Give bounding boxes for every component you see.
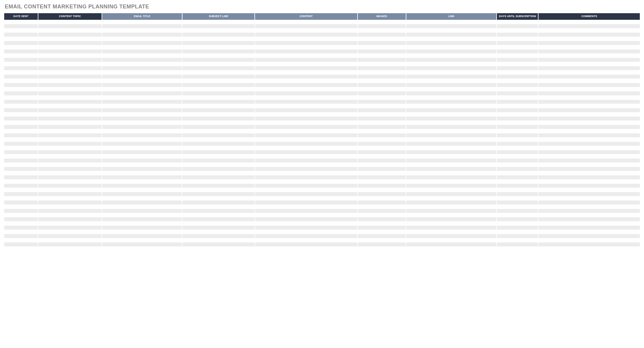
table-cell[interactable]: [102, 180, 182, 183]
table-cell[interactable]: [406, 133, 496, 137]
table-cell[interactable]: [4, 96, 38, 100]
table-row[interactable]: [4, 33, 640, 37]
table-cell[interactable]: [406, 209, 496, 213]
table-cell[interactable]: [255, 234, 357, 238]
table-cell[interactable]: [4, 163, 38, 167]
table-cell[interactable]: [38, 138, 102, 141]
table-cell[interactable]: [406, 242, 496, 246]
table-cell[interactable]: [38, 125, 102, 129]
table-cell[interactable]: [38, 112, 102, 116]
table-cell[interactable]: [497, 133, 538, 137]
table-cell[interactable]: [102, 138, 182, 141]
table-cell[interactable]: [102, 154, 182, 158]
table-cell[interactable]: [183, 28, 254, 32]
table-cell[interactable]: [255, 87, 357, 91]
table-cell[interactable]: [255, 41, 357, 45]
table-cell[interactable]: [497, 226, 538, 230]
table-cell[interactable]: [358, 175, 406, 179]
table-cell[interactable]: [38, 213, 102, 217]
table-cell[interactable]: [4, 150, 38, 154]
table-cell[interactable]: [539, 121, 640, 125]
table-cell[interactable]: [539, 62, 640, 66]
table-row[interactable]: [4, 121, 640, 125]
table-cell[interactable]: [358, 209, 406, 213]
table-cell[interactable]: [4, 62, 38, 66]
table-cell[interactable]: [497, 108, 538, 112]
table-cell[interactable]: [539, 188, 640, 192]
table-cell[interactable]: [38, 83, 102, 87]
table-cell[interactable]: [102, 79, 182, 83]
table-cell[interactable]: [406, 70, 496, 74]
table-cell[interactable]: [539, 129, 640, 133]
table-cell[interactable]: [358, 58, 406, 62]
table-cell[interactable]: [255, 104, 357, 108]
table-cell[interactable]: [183, 167, 254, 171]
table-cell[interactable]: [4, 79, 38, 83]
table-cell[interactable]: [497, 205, 538, 209]
table-cell[interactable]: [38, 129, 102, 133]
table-cell[interactable]: [539, 75, 640, 79]
table-cell[interactable]: [539, 70, 640, 74]
table-cell[interactable]: [38, 163, 102, 167]
table-cell[interactable]: [539, 159, 640, 162]
table-cell[interactable]: [183, 112, 254, 116]
table-row[interactable]: [4, 129, 640, 133]
table-cell[interactable]: [406, 129, 496, 133]
table-cell[interactable]: [38, 33, 102, 37]
table-cell[interactable]: [358, 142, 406, 146]
table-cell[interactable]: [183, 175, 254, 179]
table-cell[interactable]: [358, 100, 406, 104]
table-cell[interactable]: [102, 104, 182, 108]
table-cell[interactable]: [497, 213, 538, 217]
table-cell[interactable]: [497, 117, 538, 120]
table-cell[interactable]: [183, 125, 254, 129]
table-cell[interactable]: [358, 234, 406, 238]
table-row[interactable]: [4, 242, 640, 246]
table-cell[interactable]: [406, 238, 496, 242]
table-row[interactable]: [4, 91, 640, 95]
table-row[interactable]: [4, 175, 640, 179]
table-cell[interactable]: [102, 66, 182, 70]
table-cell[interactable]: [255, 230, 357, 234]
table-cell[interactable]: [406, 154, 496, 158]
table-cell[interactable]: [38, 79, 102, 83]
table-cell[interactable]: [358, 180, 406, 183]
table-cell[interactable]: [38, 238, 102, 242]
table-cell[interactable]: [4, 209, 38, 213]
table-cell[interactable]: [102, 205, 182, 209]
table-cell[interactable]: [358, 91, 406, 95]
table-row[interactable]: [4, 28, 640, 32]
table-cell[interactable]: [38, 87, 102, 91]
table-cell[interactable]: [539, 205, 640, 209]
table-cell[interactable]: [102, 28, 182, 32]
table-cell[interactable]: [539, 20, 640, 24]
table-cell[interactable]: [539, 142, 640, 146]
table-cell[interactable]: [358, 83, 406, 87]
table-cell[interactable]: [102, 33, 182, 37]
table-cell[interactable]: [102, 159, 182, 162]
table-cell[interactable]: [38, 96, 102, 100]
table-cell[interactable]: [497, 24, 538, 28]
table-cell[interactable]: [4, 205, 38, 209]
table-cell[interactable]: [497, 188, 538, 192]
table-cell[interactable]: [497, 96, 538, 100]
table-cell[interactable]: [406, 37, 496, 41]
table-row[interactable]: [4, 112, 640, 116]
table-cell[interactable]: [102, 175, 182, 179]
table-cell[interactable]: [539, 175, 640, 179]
table-cell[interactable]: [497, 238, 538, 242]
table-cell[interactable]: [406, 41, 496, 45]
table-cell[interactable]: [4, 45, 38, 49]
table-cell[interactable]: [183, 154, 254, 158]
table-cell[interactable]: [4, 125, 38, 129]
table-cell[interactable]: [183, 104, 254, 108]
table-cell[interactable]: [183, 209, 254, 213]
table-cell[interactable]: [255, 188, 357, 192]
table-cell[interactable]: [38, 167, 102, 171]
table-cell[interactable]: [102, 222, 182, 225]
table-cell[interactable]: [497, 58, 538, 62]
table-cell[interactable]: [406, 138, 496, 141]
table-cell[interactable]: [358, 201, 406, 204]
table-cell[interactable]: [38, 201, 102, 204]
table-cell[interactable]: [4, 138, 38, 141]
